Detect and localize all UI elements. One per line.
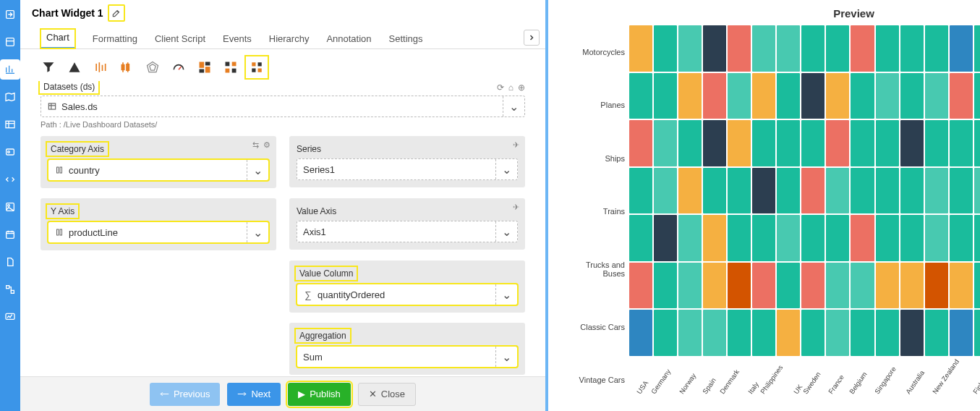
heatmap-cell xyxy=(728,215,751,261)
value-axis-label: Value Axis xyxy=(297,206,336,216)
heatmap-cell xyxy=(925,120,948,166)
rail-item-monitor[interactable] xyxy=(0,307,20,327)
heatmap-cell xyxy=(900,263,924,309)
heatmap-cell xyxy=(925,310,948,356)
rail-item-export[interactable] xyxy=(0,4,20,25)
dataset-home-icon[interactable]: ⌂ xyxy=(508,82,514,93)
chart-type-radar-icon[interactable] xyxy=(145,59,161,75)
chart-type-heatmap-icon[interactable] xyxy=(249,59,265,75)
previous-button[interactable]: 🡐 Previous xyxy=(150,383,221,406)
chart-type-funnel-icon[interactable] xyxy=(41,59,56,75)
heatmap-cell xyxy=(629,263,652,309)
chart-type-grid-icon[interactable] xyxy=(223,59,239,75)
tab-annotation[interactable]: Annotation xyxy=(326,33,371,48)
rail-item-layout[interactable] xyxy=(0,32,20,52)
tab-events[interactable]: Events xyxy=(223,33,252,48)
heatmap-cell xyxy=(950,120,973,166)
heatmap-cell xyxy=(654,25,677,72)
chevron-down-icon[interactable]: ⌄ xyxy=(247,222,268,242)
heatmap-cell xyxy=(678,310,702,356)
chevron-down-icon[interactable]: ⌄ xyxy=(495,347,517,367)
rail-item-chart[interactable] xyxy=(0,59,20,80)
tab-formatting[interactable]: Formatting xyxy=(93,33,137,48)
heatmap-cell xyxy=(654,168,677,214)
value-axis-send-icon[interactable]: ✈ xyxy=(513,203,519,212)
chevron-down-icon[interactable]: ⌄ xyxy=(495,159,517,179)
heatmap-cell xyxy=(876,25,899,72)
heatmap-cell xyxy=(876,215,899,261)
rail-item-file[interactable] xyxy=(0,252,20,272)
heatmap-cell xyxy=(950,310,973,356)
rail-item-table[interactable] xyxy=(0,114,20,135)
heatmap-cell xyxy=(801,215,825,261)
dataset-refresh-icon[interactable]: ⟳ xyxy=(497,82,504,93)
chart-type-pyramid-icon[interactable] xyxy=(67,59,82,75)
chart-type-treemap-icon[interactable] xyxy=(197,59,213,75)
rail-item-code[interactable] xyxy=(0,169,20,190)
chevron-down-icon[interactable]: ⌄ xyxy=(495,284,517,305)
heatmap-cell xyxy=(974,263,980,309)
series-select[interactable]: Series1 ⌄ xyxy=(297,158,518,180)
svg-rect-29 xyxy=(60,167,62,173)
category-tree-icon[interactable]: ⇆ xyxy=(252,140,259,150)
rail-item-map[interactable] xyxy=(0,87,20,107)
heatmap-cell xyxy=(950,215,973,261)
heatmap-cell xyxy=(678,263,702,309)
svg-point-4 xyxy=(8,151,10,153)
heatmap-cell xyxy=(629,168,652,214)
svg-rect-18 xyxy=(205,67,210,72)
chart-type-candlestick-icon[interactable] xyxy=(119,59,135,75)
heatmap-cell xyxy=(629,310,652,356)
svg-rect-19 xyxy=(226,62,230,67)
tab-chart[interactable]: Chart xyxy=(41,29,75,48)
chevron-down-icon[interactable]: ⌄ xyxy=(503,96,524,116)
category-axis-select[interactable]: country ⌄ xyxy=(48,159,269,181)
heatmap-cell xyxy=(777,73,800,119)
rail-item-card[interactable] xyxy=(0,142,20,162)
category-gear-icon[interactable]: ⚙ xyxy=(263,140,270,150)
heatmap-cell xyxy=(629,215,652,261)
heatmap-cell xyxy=(728,120,751,166)
value-column-select[interactable]: ∑quantityOrdered ⌄ xyxy=(297,284,518,305)
heatmap-cell xyxy=(851,120,874,166)
dataset-value: Sales.ds xyxy=(61,101,98,112)
heatmap-cell xyxy=(678,25,702,72)
dataset-select[interactable]: Sales.ds ⌄ xyxy=(41,96,525,117)
tabs-scroll-right-icon[interactable] xyxy=(524,30,540,46)
next-button[interactable]: 🡒 Next xyxy=(227,383,281,406)
tab-client-script[interactable]: Client Script xyxy=(155,33,205,48)
dataset-path: Path : /Live Dashboard Datasets/ xyxy=(41,120,525,129)
preview-title: Preview xyxy=(563,7,980,20)
svg-rect-27 xyxy=(48,103,55,109)
heatmap-cell xyxy=(752,120,775,166)
dataset-icon xyxy=(47,101,57,111)
heatmap-cell xyxy=(851,310,874,356)
svg-rect-1 xyxy=(7,38,14,46)
chevron-down-icon[interactable]: ⌄ xyxy=(495,221,517,242)
rail-item-image[interactable] xyxy=(0,197,20,217)
heatmap-cell xyxy=(703,73,726,119)
y-axis-tick-label: Vintage Cars xyxy=(563,376,625,384)
close-button[interactable]: ✕ Close xyxy=(358,383,416,406)
chevron-down-icon[interactable]: ⌄ xyxy=(247,160,268,180)
svg-point-6 xyxy=(8,205,10,207)
heatmap-cell xyxy=(925,25,948,72)
tab-bar: Chart Formatting Client Script Events Hi… xyxy=(20,26,545,49)
chart-type-gauge-icon[interactable] xyxy=(171,59,187,75)
aggregation-select[interactable]: Sum ⌄ xyxy=(297,346,518,368)
heatmap-cell xyxy=(925,168,948,214)
rail-item-tree[interactable] xyxy=(0,279,20,300)
svg-rect-8 xyxy=(7,286,9,289)
tab-settings[interactable]: Settings xyxy=(389,33,423,48)
y-axis-select[interactable]: productLine ⌄ xyxy=(48,221,269,243)
svg-rect-20 xyxy=(232,62,237,67)
chart-type-stock-icon[interactable] xyxy=(93,59,108,75)
value-axis-select[interactable]: Axis1 ⌄ xyxy=(297,221,518,242)
rail-item-calendar[interactable] xyxy=(0,224,20,245)
series-send-icon[interactable]: ✈ xyxy=(513,140,519,150)
dataset-add-icon[interactable]: ⊕ xyxy=(518,82,525,93)
edit-title-icon[interactable] xyxy=(108,4,125,22)
tab-hierarchy[interactable]: Hierarchy xyxy=(269,33,310,48)
heatmap-cell xyxy=(703,168,726,214)
publish-button[interactable]: ▶ Publish xyxy=(288,383,351,406)
